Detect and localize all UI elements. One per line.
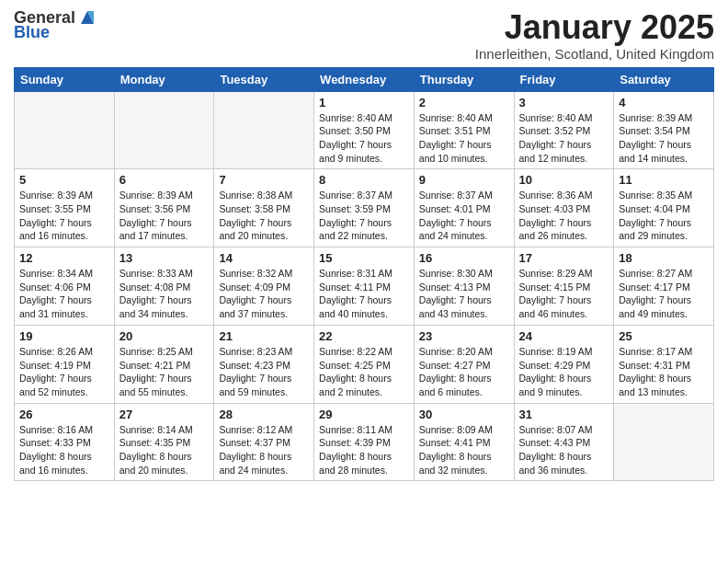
calendar-cell: 4Sunrise: 8:39 AM Sunset: 3:54 PM Daylig… — [614, 91, 714, 169]
calendar-cell: 22Sunrise: 8:22 AM Sunset: 4:25 PM Dayli… — [314, 325, 415, 403]
logo-blue: Blue — [14, 24, 50, 42]
col-monday: Monday — [114, 67, 214, 91]
title-block: January 2025 Innerleithen, Scotland, Uni… — [475, 9, 714, 62]
day-number: 18 — [619, 251, 709, 265]
page: General Blue January 2025 Innerleithen, … — [0, 0, 728, 563]
day-number: 12 — [19, 251, 109, 265]
day-number: 27 — [119, 408, 210, 421]
day-info: Sunrise: 8:32 AM Sunset: 4:09 PM Dayligh… — [219, 267, 309, 321]
day-number: 5 — [19, 173, 109, 187]
calendar-cell: 29Sunrise: 8:11 AM Sunset: 4:39 PM Dayli… — [314, 403, 415, 481]
calendar-cell: 13Sunrise: 8:33 AM Sunset: 4:08 PM Dayli… — [114, 247, 214, 326]
day-number: 19 — [19, 329, 109, 343]
day-number: 8 — [319, 173, 409, 187]
calendar-cell: 20Sunrise: 8:25 AM Sunset: 4:21 PM Dayli… — [114, 325, 214, 403]
day-info: Sunrise: 8:26 AM Sunset: 4:19 PM Dayligh… — [19, 345, 109, 399]
day-info: Sunrise: 8:20 AM Sunset: 4:27 PM Dayligh… — [419, 345, 509, 399]
day-number: 22 — [319, 329, 409, 343]
day-number: 24 — [519, 329, 609, 343]
calendar-cell — [15, 91, 115, 169]
calendar-cell: 12Sunrise: 8:34 AM Sunset: 4:06 PM Dayli… — [15, 247, 115, 326]
day-number: 10 — [519, 173, 609, 187]
day-info: Sunrise: 8:12 AM Sunset: 4:37 PM Dayligh… — [219, 423, 309, 477]
calendar-cell: 6Sunrise: 8:39 AM Sunset: 3:56 PM Daylig… — [114, 169, 214, 247]
day-number: 1 — [319, 96, 409, 109]
day-number: 6 — [119, 173, 210, 187]
day-info: Sunrise: 8:34 AM Sunset: 4:06 PM Dayligh… — [19, 267, 109, 321]
col-sunday: Sunday — [15, 67, 115, 91]
calendar-week-row-2: 5Sunrise: 8:39 AM Sunset: 3:55 PM Daylig… — [15, 169, 714, 247]
calendar-cell: 27Sunrise: 8:14 AM Sunset: 4:35 PM Dayli… — [114, 403, 214, 481]
logo: General Blue — [14, 9, 97, 42]
calendar-week-row-1: 1Sunrise: 8:40 AM Sunset: 3:50 PM Daylig… — [15, 91, 714, 169]
day-info: Sunrise: 8:36 AM Sunset: 4:03 PM Dayligh… — [519, 189, 609, 243]
col-tuesday: Tuesday — [214, 67, 314, 91]
calendar-cell: 21Sunrise: 8:23 AM Sunset: 4:23 PM Dayli… — [214, 325, 314, 403]
calendar-week-row-5: 26Sunrise: 8:16 AM Sunset: 4:33 PM Dayli… — [15, 403, 714, 481]
day-info: Sunrise: 8:29 AM Sunset: 4:15 PM Dayligh… — [519, 267, 609, 321]
calendar-cell: 8Sunrise: 8:37 AM Sunset: 3:59 PM Daylig… — [314, 169, 415, 247]
calendar-cell: 18Sunrise: 8:27 AM Sunset: 4:17 PM Dayli… — [614, 247, 714, 326]
calendar-week-row-3: 12Sunrise: 8:34 AM Sunset: 4:06 PM Dayli… — [15, 247, 714, 326]
calendar-cell — [614, 403, 714, 481]
day-number: 13 — [119, 251, 210, 265]
calendar-cell: 31Sunrise: 8:07 AM Sunset: 4:43 PM Dayli… — [514, 403, 614, 481]
day-info: Sunrise: 8:27 AM Sunset: 4:17 PM Dayligh… — [619, 267, 709, 321]
calendar-cell: 9Sunrise: 8:37 AM Sunset: 4:01 PM Daylig… — [414, 169, 514, 247]
day-info: Sunrise: 8:19 AM Sunset: 4:29 PM Dayligh… — [519, 345, 609, 399]
logo-icon — [77, 7, 97, 28]
calendar-week-row-4: 19Sunrise: 8:26 AM Sunset: 4:19 PM Dayli… — [15, 325, 714, 403]
day-number: 17 — [519, 251, 609, 265]
day-info: Sunrise: 8:22 AM Sunset: 4:25 PM Dayligh… — [319, 345, 409, 399]
day-info: Sunrise: 8:17 AM Sunset: 4:31 PM Dayligh… — [619, 345, 709, 399]
header: General Blue January 2025 Innerleithen, … — [14, 9, 714, 62]
day-number: 29 — [319, 408, 409, 421]
calendar-cell: 10Sunrise: 8:36 AM Sunset: 4:03 PM Dayli… — [514, 169, 614, 247]
col-wednesday: Wednesday — [314, 67, 415, 91]
col-thursday: Thursday — [414, 67, 514, 91]
day-number: 15 — [319, 251, 409, 265]
calendar-cell: 23Sunrise: 8:20 AM Sunset: 4:27 PM Dayli… — [414, 325, 514, 403]
calendar-cell: 5Sunrise: 8:39 AM Sunset: 3:55 PM Daylig… — [15, 169, 115, 247]
day-info: Sunrise: 8:23 AM Sunset: 4:23 PM Dayligh… — [219, 345, 309, 399]
col-saturday: Saturday — [614, 67, 714, 91]
day-number: 16 — [419, 251, 509, 265]
day-info: Sunrise: 8:39 AM Sunset: 3:55 PM Dayligh… — [19, 189, 109, 243]
day-number: 7 — [219, 173, 309, 187]
day-info: Sunrise: 8:25 AM Sunset: 4:21 PM Dayligh… — [119, 345, 210, 399]
day-number: 25 — [619, 329, 709, 343]
calendar-cell — [214, 91, 314, 169]
subtitle: Innerleithen, Scotland, United Kingdom — [475, 46, 714, 62]
col-friday: Friday — [514, 67, 614, 91]
day-info: Sunrise: 8:33 AM Sunset: 4:08 PM Dayligh… — [119, 267, 210, 321]
calendar-table: Sunday Monday Tuesday Wednesday Thursday… — [14, 67, 714, 482]
day-number: 28 — [219, 408, 309, 421]
day-number: 31 — [519, 408, 609, 421]
calendar-cell: 26Sunrise: 8:16 AM Sunset: 4:33 PM Dayli… — [15, 403, 115, 481]
day-info: Sunrise: 8:07 AM Sunset: 4:43 PM Dayligh… — [519, 423, 609, 477]
calendar-cell: 11Sunrise: 8:35 AM Sunset: 4:04 PM Dayli… — [614, 169, 714, 247]
calendar-cell: 2Sunrise: 8:40 AM Sunset: 3:51 PM Daylig… — [414, 91, 514, 169]
calendar-cell — [114, 91, 214, 169]
day-info: Sunrise: 8:40 AM Sunset: 3:52 PM Dayligh… — [519, 111, 609, 166]
calendar-cell: 16Sunrise: 8:30 AM Sunset: 4:13 PM Dayli… — [414, 247, 514, 326]
day-info: Sunrise: 8:31 AM Sunset: 4:11 PM Dayligh… — [319, 267, 409, 321]
day-number: 9 — [419, 173, 509, 187]
day-info: Sunrise: 8:37 AM Sunset: 4:01 PM Dayligh… — [419, 189, 509, 243]
calendar-header-row: Sunday Monday Tuesday Wednesday Thursday… — [15, 67, 714, 91]
day-info: Sunrise: 8:09 AM Sunset: 4:41 PM Dayligh… — [419, 423, 509, 477]
calendar-cell: 30Sunrise: 8:09 AM Sunset: 4:41 PM Dayli… — [414, 403, 514, 481]
day-info: Sunrise: 8:11 AM Sunset: 4:39 PM Dayligh… — [319, 423, 409, 477]
day-number: 2 — [419, 96, 509, 109]
day-info: Sunrise: 8:16 AM Sunset: 4:33 PM Dayligh… — [19, 423, 109, 477]
day-info: Sunrise: 8:39 AM Sunset: 3:56 PM Dayligh… — [119, 189, 210, 243]
day-info: Sunrise: 8:38 AM Sunset: 3:58 PM Dayligh… — [219, 189, 309, 243]
day-number: 30 — [419, 408, 509, 421]
calendar-cell: 24Sunrise: 8:19 AM Sunset: 4:29 PM Dayli… — [514, 325, 614, 403]
calendar-cell: 7Sunrise: 8:38 AM Sunset: 3:58 PM Daylig… — [214, 169, 314, 247]
calendar-cell: 3Sunrise: 8:40 AM Sunset: 3:52 PM Daylig… — [514, 91, 614, 169]
day-info: Sunrise: 8:35 AM Sunset: 4:04 PM Dayligh… — [619, 189, 709, 243]
day-info: Sunrise: 8:39 AM Sunset: 3:54 PM Dayligh… — [619, 111, 709, 166]
calendar-cell: 1Sunrise: 8:40 AM Sunset: 3:50 PM Daylig… — [314, 91, 415, 169]
main-title: January 2025 — [475, 9, 714, 46]
